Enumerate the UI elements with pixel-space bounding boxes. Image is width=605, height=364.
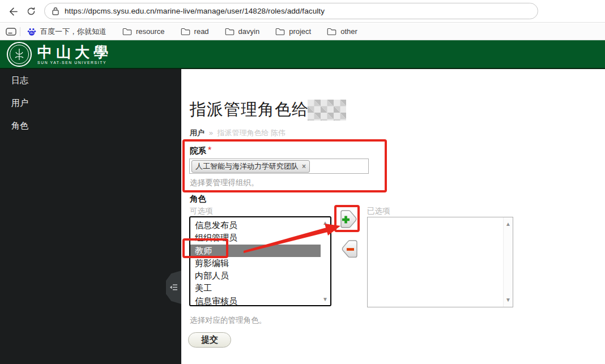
required-asterisk: * bbox=[208, 145, 211, 155]
add-role-button[interactable] bbox=[339, 209, 359, 230]
scroll-up-icon[interactable]: ▲ bbox=[505, 221, 511, 227]
roles-help-text: 选择对应的管理角色。 bbox=[190, 315, 266, 326]
folder-icon bbox=[225, 28, 235, 36]
available-roles-listbox[interactable]: 信息发布员 组织管理员 教师 剪影编辑 内部人员 美工 信息审核员 ▲ ▼ bbox=[189, 216, 331, 306]
folder-icon bbox=[181, 28, 190, 36]
role-option[interactable]: 组织管理员 bbox=[190, 232, 321, 244]
bookmark-label: resource bbox=[136, 27, 165, 36]
baidu-paw-icon: du bbox=[27, 27, 36, 36]
add-arrow-icon bbox=[339, 209, 359, 230]
refresh-icon bbox=[26, 6, 36, 16]
bookmark-item-davyin[interactable]: davyin bbox=[225, 27, 260, 36]
breadcrumb-current: 指派管理角色给 陈伟 bbox=[217, 129, 286, 137]
scrollbar-track[interactable] bbox=[503, 217, 513, 307]
faculty-help-text: 选择要管理得组织。 bbox=[190, 178, 259, 188]
university-name-en: SUN YAT-SEN UNIVERSITY bbox=[37, 61, 112, 65]
submit-button[interactable]: 提交 bbox=[188, 332, 231, 348]
folder-icon bbox=[122, 28, 132, 36]
breadcrumb-separator: » bbox=[209, 129, 213, 137]
submit-button-label: 提交 bbox=[201, 335, 218, 345]
breadcrumb: 用户 » 指派管理角色给 陈伟 bbox=[190, 128, 286, 138]
remove-role-button[interactable] bbox=[340, 239, 359, 260]
role-option[interactable]: 内部人员 bbox=[190, 269, 321, 282]
bookmark-item-read[interactable]: read bbox=[181, 27, 209, 36]
remove-arrow-icon bbox=[340, 239, 359, 260]
university-name-zh: 中山大學 bbox=[37, 45, 112, 59]
sidebar-item-roles[interactable]: 角色 bbox=[11, 121, 28, 131]
role-option[interactable]: 信息审核员 bbox=[190, 295, 321, 307]
bookmark-label: read bbox=[194, 27, 209, 36]
bookmark-label: project bbox=[289, 27, 311, 36]
sidebar-nav: 日志 用户 角色 bbox=[0, 69, 181, 364]
bookmark-item-project[interactable]: project bbox=[275, 27, 311, 36]
faculty-field-label: 院系 bbox=[190, 146, 206, 155]
university-header: 中山大學 SUN YAT-SEN UNIVERSITY bbox=[0, 40, 605, 69]
bookmark-item-other[interactable]: other bbox=[327, 27, 357, 36]
bookmark-label: other bbox=[340, 27, 357, 36]
folder-icon bbox=[275, 28, 285, 36]
selected-options-label: 已选项 bbox=[367, 206, 390, 216]
bookmark-label: davyin bbox=[238, 27, 260, 36]
reading-list-icon bbox=[6, 28, 16, 36]
bookmark-label: 百度一下，你就知道 bbox=[40, 27, 106, 37]
scroll-down-icon[interactable]: ▼ bbox=[505, 297, 511, 303]
faculty-tag-label: 人工智能与海洋动力学研究团队 bbox=[195, 161, 299, 172]
available-options-label: 可选项 bbox=[190, 206, 213, 216]
refresh-button[interactable] bbox=[24, 5, 38, 18]
bookmarks-separator bbox=[20, 27, 20, 36]
scroll-down-icon[interactable]: ▼ bbox=[322, 297, 328, 302]
bookmarks-bar: du 百度一下，你就知道 resource read davyin bbox=[0, 23, 605, 40]
sidebar-item-users[interactable]: 用户 bbox=[11, 98, 28, 109]
sysu-seal-icon bbox=[8, 43, 31, 66]
browser-window: https://dpcms.sysu.edu.cn/marine-live/ma… bbox=[0, 0, 605, 364]
breadcrumb-users-link[interactable]: 用户 bbox=[190, 129, 204, 137]
role-option[interactable]: 美工 bbox=[190, 282, 321, 294]
remove-tag-icon[interactable]: × bbox=[302, 162, 306, 170]
selected-roles-listbox[interactable]: ▲ ▼ bbox=[367, 217, 513, 307]
svg-text:du: du bbox=[30, 31, 33, 35]
collapse-sidebar-icon bbox=[169, 284, 178, 291]
folder-icon bbox=[327, 28, 336, 36]
faculty-tag: 人工智能与海洋动力学研究团队 × bbox=[191, 160, 310, 173]
faculty-input[interactable]: 人工智能与海洋动力学研究团队 × bbox=[189, 159, 369, 174]
page-title: 指派管理角色给 bbox=[190, 99, 309, 121]
lock-icon[interactable] bbox=[52, 7, 59, 15]
faculty-field-label-row: 院系* bbox=[190, 145, 211, 156]
sidebar-item-logs[interactable]: 日志 bbox=[11, 75, 28, 86]
redacted-user-name bbox=[308, 100, 346, 121]
role-option[interactable]: 信息发布员 bbox=[190, 219, 321, 232]
back-icon bbox=[7, 6, 18, 17]
reading-list-button[interactable] bbox=[6, 28, 16, 36]
university-name: 中山大學 SUN YAT-SEN UNIVERSITY bbox=[37, 45, 112, 65]
scroll-up-icon[interactable]: ▲ bbox=[322, 220, 328, 226]
bookmark-item-baidu[interactable]: du 百度一下，你就知道 bbox=[27, 27, 106, 37]
url-text: https://dpcms.sysu.edu.cn/marine-live/ma… bbox=[65, 7, 325, 15]
bookmark-item-resource[interactable]: resource bbox=[122, 27, 165, 36]
address-bar[interactable]: https://dpcms.sysu.edu.cn/marine-live/ma… bbox=[44, 3, 538, 19]
sysu-logo bbox=[7, 42, 32, 67]
role-option[interactable]: 剪影编辑 bbox=[190, 257, 321, 269]
back-button[interactable] bbox=[6, 5, 19, 18]
role-option-selected[interactable]: 教师 bbox=[190, 245, 321, 257]
roles-field-label: 角色 bbox=[190, 194, 206, 204]
browser-toolbar: https://dpcms.sysu.edu.cn/marine-live/ma… bbox=[0, 0, 605, 23]
